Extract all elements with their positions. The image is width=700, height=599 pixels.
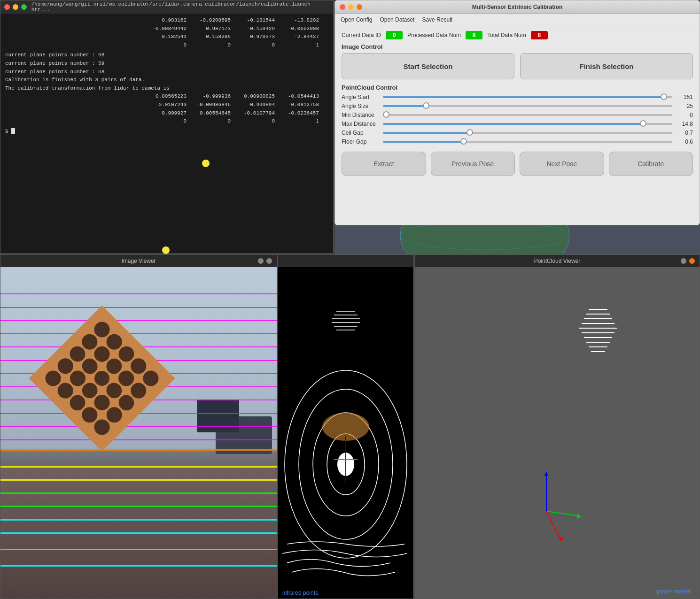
scanline-yellow-1 — [0, 466, 277, 468]
max-distance-value: 14.8 — [676, 121, 693, 127]
viewer-dots — [258, 258, 272, 264]
pc-viewer-right-title: PointCloud Viewer — [534, 258, 581, 264]
scanline-green-1 — [0, 492, 277, 494]
pc-viewer-right: PointCloud Viewer — [414, 254, 700, 599]
floor-gap-row: Floor Gap 0.6 — [342, 138, 693, 145]
floor-gap-label: Floor Gap — [342, 138, 379, 145]
min-distance-track[interactable] — [383, 114, 672, 116]
scanline-3 — [0, 320, 277, 321]
scanline-12 — [0, 439, 277, 440]
pointcloud-control-label: PointCloud Control — [342, 84, 693, 91]
calib-min-icon[interactable] — [348, 4, 354, 10]
current-data-id-value: 0 — [386, 31, 403, 39]
menu-save-result[interactable]: Save Result — [422, 16, 452, 23]
scanline-cyan-1 — [0, 519, 277, 521]
image-viewer-title: Image Viewer — [121, 258, 156, 264]
scanline-orange-1 — [0, 449, 277, 451]
angle-start-row: Angle Start 351 — [342, 94, 693, 100]
floor-gap-track[interactable] — [383, 141, 672, 143]
min-distance-value: 0 — [676, 112, 693, 118]
ceil-gap-track[interactable] — [383, 132, 672, 134]
image-content — [0, 267, 277, 599]
pc-dots-right — [681, 258, 695, 264]
pc-content-right: plane model — [415, 267, 700, 599]
viewer-dot-1[interactable] — [258, 258, 264, 264]
calib-title: Multi-Sensor Extrinsic Calibration — [472, 4, 563, 10]
svg-line-32 — [546, 511, 560, 539]
action-buttons: Extract Previous Pose Next Pose Calibrat… — [342, 152, 693, 176]
svg-marker-33 — [558, 537, 564, 542]
yellow-dot-1 — [202, 160, 210, 167]
scanline-1 — [0, 293, 277, 294]
previous-pose-button[interactable]: Previous Pose — [431, 152, 515, 176]
yellow-dot-2 — [162, 246, 170, 254]
pc-dot-2[interactable] — [689, 258, 695, 264]
menu-open-config[interactable]: Open Config — [341, 16, 372, 23]
scanline-cyan-2 — [0, 532, 277, 534]
street-scene — [0, 267, 277, 599]
globe-svg — [391, 225, 579, 254]
min-distance-label: Min Distance — [342, 112, 379, 118]
total-data-num-label: Total Data Num — [487, 32, 526, 38]
angle-size-label: Angle Size — [342, 103, 379, 109]
plane-model-legend: plane model — [657, 588, 690, 595]
scanline-cyan-3 — [0, 549, 277, 550]
scanline-11 — [0, 426, 277, 427]
next-pose-button[interactable]: Next Pose — [520, 152, 604, 176]
angle-start-label: Angle Start — [342, 94, 379, 100]
floor-gap-value: 0.6 — [676, 138, 693, 145]
close-icon[interactable] — [4, 4, 10, 10]
3d-cloud-svg — [415, 267, 700, 599]
pc-content-left: infrared points — [278, 267, 413, 599]
svg-text:infrared points: infrared points — [282, 590, 318, 596]
terminal-window: /home/wang/wang/git_nrsl/ws_calibrator/s… — [0, 0, 334, 253]
viewer-dot-2[interactable] — [266, 258, 272, 264]
terminal-content: 0.983162 -0.0208595 -0.181544 -13.8202 -… — [0, 14, 333, 253]
calibrate-button[interactable]: Calibrate — [609, 152, 693, 176]
calib-menubar: Open Config Open Dataset Save Result — [335, 14, 700, 26]
image-control-label: Image Control — [342, 43, 693, 50]
scanline-cyan-4 — [0, 565, 277, 567]
scanline-4 — [0, 333, 277, 334]
total-data-num-value: 8 — [531, 31, 548, 39]
ceil-gap-row: Ceil Gap 0.7 — [342, 130, 693, 136]
angle-start-value: 351 — [676, 94, 693, 100]
start-selection-button[interactable]: Start Selection — [342, 53, 514, 79]
current-data-id-label: Current Data ID — [342, 32, 381, 38]
contour-svg: infrared points — [278, 267, 413, 599]
max-distance-label: Max Distance — [342, 121, 379, 127]
svg-marker-31 — [577, 514, 582, 519]
svg-point-0 — [400, 225, 569, 254]
calib-close-icon[interactable] — [340, 4, 345, 10]
pc-viewer-left-titlebar — [278, 255, 413, 267]
finish-selection-button[interactable]: Finish Selection — [520, 53, 693, 79]
pc-viewer-right-titlebar: PointCloud Viewer — [415, 255, 700, 267]
data-id-row: Current Data ID 0 Processed Data Num 8 T… — [342, 31, 693, 39]
globe-area — [334, 225, 700, 254]
maximize-icon[interactable] — [21, 4, 27, 10]
svg-marker-29 — [544, 471, 548, 476]
calib-titlebar: Multi-Sensor Extrinsic Calibration — [335, 0, 700, 14]
calib-max-icon[interactable] — [357, 4, 362, 10]
max-distance-track[interactable] — [383, 123, 672, 125]
scanline-green-2 — [0, 506, 277, 507]
menu-open-dataset[interactable]: Open Dataset — [380, 16, 414, 23]
minimize-icon[interactable] — [13, 4, 18, 10]
processed-data-num-label: Processed Data Num — [407, 32, 461, 38]
processed-data-num-value: 8 — [466, 31, 482, 39]
angle-size-track[interactable] — [383, 105, 672, 107]
calibration-panel: Multi-Sensor Extrinsic Calibration Open … — [334, 0, 700, 225]
terminal-titlebar: /home/wang/wang/git_nrsl/ws_calibrator/s… — [0, 0, 333, 14]
pc-dot-1[interactable] — [681, 258, 686, 264]
scanline-yellow-2 — [0, 479, 277, 481]
max-distance-row: Max Distance 14.8 — [342, 121, 693, 127]
scanline-2 — [0, 307, 277, 308]
extract-button[interactable]: Extract — [342, 152, 426, 176]
angle-start-track[interactable] — [383, 96, 672, 98]
svg-line-30 — [546, 511, 579, 516]
ceil-gap-value: 0.7 — [676, 130, 693, 136]
min-distance-row: Min Distance 0 — [342, 112, 693, 118]
terminal-title: /home/wang/wang/git_nrsl/ws_calibrator/s… — [31, 1, 329, 13]
image-viewer-titlebar: Image Viewer — [0, 255, 277, 267]
pc-viewer-left: infrared points — [277, 254, 413, 599]
